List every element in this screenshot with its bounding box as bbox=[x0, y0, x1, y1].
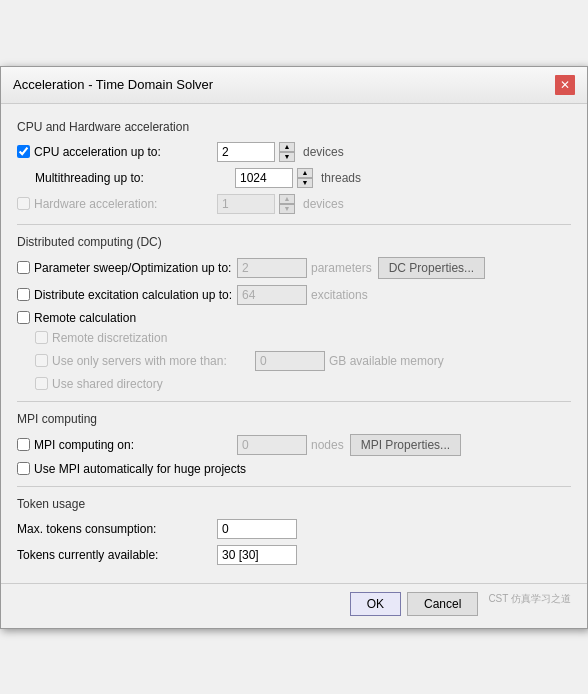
remote-disc-row: Remote discretization bbox=[35, 331, 571, 345]
divider-1 bbox=[17, 224, 571, 225]
cpu-accel-row: CPU acceleration up to: ▲ ▼ devices bbox=[17, 142, 571, 162]
param-sweep-input bbox=[237, 258, 307, 278]
multithreading-label: Multithreading up to: bbox=[35, 171, 235, 185]
cpu-accel-text: CPU acceleration up to: bbox=[34, 145, 161, 159]
cancel-button[interactable]: Cancel bbox=[407, 592, 478, 616]
cpu-accel-label[interactable]: CPU acceleration up to: bbox=[17, 145, 217, 159]
dialog: Acceleration - Time Domain Solver ✕ CPU … bbox=[0, 66, 588, 629]
mpi-auto-row: Use MPI automatically for huge projects bbox=[17, 462, 571, 476]
servers-unit: GB available memory bbox=[329, 354, 444, 368]
mpi-on-input bbox=[237, 435, 307, 455]
servers-row: Use only servers with more than: GB avai… bbox=[35, 351, 571, 371]
watermark: CST 仿真学习之道 bbox=[488, 592, 571, 616]
hardware-accel-checkbox[interactable] bbox=[17, 197, 30, 210]
remote-disc-text: Remote discretization bbox=[52, 331, 167, 345]
param-sweep-label[interactable]: Parameter sweep/Optimization up to: bbox=[17, 261, 237, 275]
cpu-accel-input[interactable] bbox=[217, 142, 275, 162]
hardware-accel-spinner-btns: ▲ ▼ bbox=[279, 194, 295, 214]
servers-text: Use only servers with more than: bbox=[52, 354, 227, 368]
mpi-on-label[interactable]: MPI computing on: bbox=[17, 438, 237, 452]
dc-section-label: Distributed computing (DC) bbox=[17, 235, 571, 249]
cpu-accel-spinner: ▲ ▼ devices bbox=[217, 142, 344, 162]
hardware-accel-input bbox=[217, 194, 275, 214]
dist-excitation-text: Distribute excitation calculation up to: bbox=[34, 288, 232, 302]
mpi-on-checkbox[interactable] bbox=[17, 438, 30, 451]
remote-calc-label[interactable]: Remote calculation bbox=[17, 311, 136, 325]
multithreading-unit: threads bbox=[321, 171, 361, 185]
multithreading-spinner: ▲ ▼ threads bbox=[235, 168, 361, 188]
multithreading-down[interactable]: ▼ bbox=[297, 178, 313, 188]
dist-excitation-input bbox=[237, 285, 307, 305]
title-bar: Acceleration - Time Domain Solver ✕ bbox=[1, 67, 587, 104]
cpu-section-label: CPU and Hardware acceleration bbox=[17, 120, 571, 134]
tokens-available-label: Tokens currently available: bbox=[17, 548, 217, 562]
dialog-title: Acceleration - Time Domain Solver bbox=[13, 77, 213, 92]
mpi-properties-button[interactable]: MPI Properties... bbox=[350, 434, 461, 456]
cpu-accel-checkbox[interactable] bbox=[17, 145, 30, 158]
param-sweep-unit: parameters bbox=[311, 261, 372, 275]
close-button[interactable]: ✕ bbox=[555, 75, 575, 95]
mpi-auto-checkbox[interactable] bbox=[17, 462, 30, 475]
servers-checkbox[interactable] bbox=[35, 354, 48, 367]
shared-dir-checkbox[interactable] bbox=[35, 377, 48, 390]
ok-button[interactable]: OK bbox=[350, 592, 401, 616]
multithreading-input[interactable] bbox=[235, 168, 293, 188]
mpi-on-unit: nodes bbox=[311, 438, 344, 452]
param-sweep-checkbox[interactable] bbox=[17, 261, 30, 274]
max-tokens-input[interactable] bbox=[217, 519, 297, 539]
param-sweep-row: Parameter sweep/Optimization up to: para… bbox=[17, 257, 571, 279]
remote-calc-checkbox[interactable] bbox=[17, 311, 30, 324]
remote-disc-label[interactable]: Remote discretization bbox=[35, 331, 167, 345]
remote-calc-text: Remote calculation bbox=[34, 311, 136, 325]
hardware-accel-label[interactable]: Hardware acceleration: bbox=[17, 197, 217, 211]
param-sweep-text: Parameter sweep/Optimization up to: bbox=[34, 261, 231, 275]
servers-label[interactable]: Use only servers with more than: bbox=[35, 354, 255, 368]
servers-input bbox=[255, 351, 325, 371]
mpi-section-label: MPI computing bbox=[17, 412, 571, 426]
dc-properties-button[interactable]: DC Properties... bbox=[378, 257, 485, 279]
dist-excitation-checkbox[interactable] bbox=[17, 288, 30, 301]
cpu-accel-up[interactable]: ▲ bbox=[279, 142, 295, 152]
dist-excitation-row: Distribute excitation calculation up to:… bbox=[17, 285, 571, 305]
token-section-label: Token usage bbox=[17, 497, 571, 511]
mpi-on-text: MPI computing on: bbox=[34, 438, 134, 452]
divider-2 bbox=[17, 401, 571, 402]
remote-disc-checkbox[interactable] bbox=[35, 331, 48, 344]
hardware-accel-unit: devices bbox=[303, 197, 344, 211]
shared-dir-label[interactable]: Use shared directory bbox=[35, 377, 163, 391]
shared-dir-row: Use shared directory bbox=[35, 377, 571, 391]
cpu-accel-unit: devices bbox=[303, 145, 344, 159]
tokens-available-row: Tokens currently available: bbox=[17, 545, 571, 565]
multithreading-row: Multithreading up to: ▲ ▼ threads bbox=[17, 168, 571, 188]
max-tokens-row: Max. tokens consumption: bbox=[17, 519, 571, 539]
dist-excitation-unit: excitations bbox=[311, 288, 368, 302]
hardware-accel-spinner: ▲ ▼ devices bbox=[217, 194, 344, 214]
hardware-accel-down: ▼ bbox=[279, 204, 295, 214]
remote-calc-row: Remote calculation bbox=[17, 311, 571, 325]
button-row: OK Cancel CST 仿真学习之道 bbox=[1, 583, 587, 628]
mpi-auto-label[interactable]: Use MPI automatically for huge projects bbox=[17, 462, 246, 476]
cpu-accel-spinner-btns: ▲ ▼ bbox=[279, 142, 295, 162]
divider-3 bbox=[17, 486, 571, 487]
multithreading-spinner-btns: ▲ ▼ bbox=[297, 168, 313, 188]
shared-dir-text: Use shared directory bbox=[52, 377, 163, 391]
hardware-accel-text: Hardware acceleration: bbox=[34, 197, 157, 211]
multithreading-up[interactable]: ▲ bbox=[297, 168, 313, 178]
max-tokens-label: Max. tokens consumption: bbox=[17, 522, 217, 536]
mpi-auto-text: Use MPI automatically for huge projects bbox=[34, 462, 246, 476]
tokens-available-input[interactable] bbox=[217, 545, 297, 565]
hardware-accel-up: ▲ bbox=[279, 194, 295, 204]
mpi-on-row: MPI computing on: nodes MPI Properties..… bbox=[17, 434, 571, 456]
dist-excitation-label[interactable]: Distribute excitation calculation up to: bbox=[17, 288, 237, 302]
dialog-content: CPU and Hardware acceleration CPU accele… bbox=[1, 104, 587, 583]
hardware-accel-row: Hardware acceleration: ▲ ▼ devices bbox=[17, 194, 571, 214]
cpu-accel-down[interactable]: ▼ bbox=[279, 152, 295, 162]
